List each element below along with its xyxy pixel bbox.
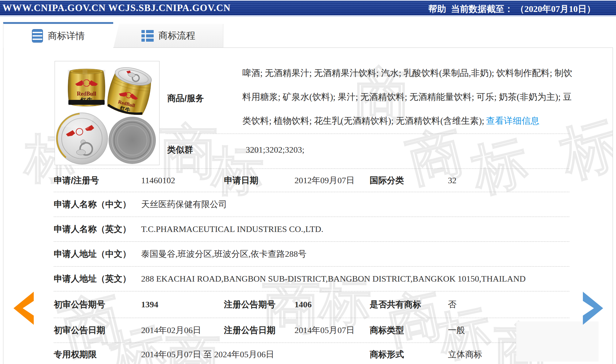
- field-value: 否: [448, 299, 569, 310]
- field-value: 2014年02月06日: [141, 324, 224, 336]
- field-row: 申请人地址（英文）288 EKACHAI ROAD,BANGBON SUB-DI…: [54, 267, 569, 291]
- trademark-image: RedBull 红牛 RedBull: [55, 61, 160, 165]
- field-label: 初审公告期号: [54, 299, 141, 310]
- previous-record-arrow[interactable]: [13, 292, 34, 326]
- field-label: 专用权期限: [54, 349, 141, 360]
- field-row: 申请人名称（英文）T.C.PHARMACEUTICAL INDUSTRIES C…: [54, 217, 569, 242]
- help-link[interactable]: 帮助: [428, 3, 446, 15]
- view-detail-link[interactable]: 查看详细信息: [486, 115, 540, 127]
- bottom-right-overlay: [516, 321, 599, 362]
- field-label: 申请日期: [224, 175, 295, 186]
- field-value: 2014年05月07日 至 2024年05月06日: [141, 349, 370, 360]
- goods-services-text: 啤酒; 无酒精果汁; 无酒精果汁饮料; 汽水; 乳酸饮料(果制品,非奶); 饮料…: [242, 61, 568, 133]
- topbar-underline: [0, 16, 616, 17]
- field-value: 2012年09月07日: [295, 175, 370, 186]
- field-label: 申请/注册号: [54, 175, 141, 186]
- field-row: 专用权期限2014年05月07日 至 2024年05月06日商标形式立体商标: [54, 343, 569, 364]
- similar-group-label: 类似群: [167, 144, 246, 156]
- goods-services-line: 啤酒; 无酒精果汁; 无酒精果汁饮料; 汽水; 乳酸饮料(果制品,非奶); 饮料…: [242, 61, 568, 85]
- field-value: 32: [448, 176, 569, 185]
- chevron-left-icon: [13, 292, 34, 325]
- field-row: 申请人地址（中文）泰国曼谷,班波分区,班波分区,依卡查路288号: [54, 242, 569, 267]
- top-bar: WWW.CNIPA.GOV.CN WCJS.SBJ.CNIPA.GOV.CN 帮…: [0, 1, 616, 15]
- tab-trademark-details[interactable]: 商标详情: [3, 22, 113, 48]
- detail-fields-table: 申请/注册号11460102申请日期2012年09月07日国际分类32申请人名称…: [54, 169, 569, 364]
- data-cutoff-text: 当前数据截至： （2020年07月10日）: [451, 3, 595, 15]
- field-row: 申请/注册号11460102申请日期2012年09月07日国际分类32: [54, 169, 569, 192]
- field-value: 288 EKACHAI ROAD,BANGBON SUB-DISTRICT,BA…: [141, 274, 569, 284]
- detail-list-icon: [32, 29, 43, 43]
- field-value: 1406: [295, 300, 370, 309]
- field-label: 申请人名称（中文）: [54, 199, 141, 210]
- field-value: 2014年05月07日: [295, 324, 370, 336]
- chevron-right-icon: [582, 292, 603, 325]
- field-label: 国际分类: [370, 175, 448, 186]
- field-value: 1394: [141, 300, 224, 309]
- field-label: 注册公告期号: [224, 299, 295, 310]
- field-label: 初审公告日期: [54, 324, 141, 336]
- field-value: 11460102: [141, 176, 224, 185]
- redbull-can-graphic: RedBull 红牛 RedBull: [55, 61, 159, 165]
- trademark-detail-panel: 商标商商标标商标商标商商标商标: [3, 47, 613, 364]
- field-label: 申请人名称（英文）: [54, 223, 141, 235]
- tab-label: 商标详情: [48, 30, 85, 42]
- field-value: 泰国曼谷,班波分区,班波分区,依卡查路288号: [141, 248, 569, 260]
- field-label: 注册公告日期: [224, 324, 295, 336]
- field-label: 商标形式: [370, 349, 448, 360]
- tab-label: 商标流程: [159, 29, 195, 42]
- field-row: 申请人名称（中文）天丝医药保健有限公司: [54, 192, 569, 217]
- dashed-separator: [166, 134, 569, 134]
- similar-group-value: 3201;3202;3203;: [246, 145, 304, 155]
- field-row: 初审公告期号1394注册公告期号1406是否共有商标否: [54, 291, 569, 318]
- field-value: T.C.PHARMACEUTICAL INDUSTRIES CO.,LTD.: [141, 224, 569, 234]
- field-value: 天丝医药保健有限公司: [141, 199, 569, 210]
- field-label: 商标类型: [370, 324, 448, 336]
- field-row: 初审公告日期2014年02月06日注册公告日期2014年05月07日商标类型一般: [54, 318, 569, 343]
- field-label: 申请人地址（英文）: [54, 273, 141, 285]
- tab-trademark-process[interactable]: 商标流程: [114, 24, 223, 47]
- similar-group-row: 类似群 3201;3202;3203;: [167, 140, 304, 160]
- field-label: 是否共有商标: [370, 299, 448, 310]
- process-table-icon: [141, 30, 154, 42]
- field-label: 申请人地址（中文）: [54, 248, 141, 260]
- next-record-arrow[interactable]: [582, 292, 603, 326]
- goods-services-label: 商品/服务: [167, 93, 204, 104]
- goods-services-line: 料用糖浆; 矿泉水(饮料); 果汁; 无酒精饮料; 无酒精能量饮料; 可乐; 奶…: [242, 85, 568, 109]
- site-url-text: WWW.CNIPA.GOV.CN WCJS.SBJ.CNIPA.GOV.CN: [2, 2, 231, 13]
- goods-services-line: 类饮料; 植物饮料; 花生乳(无酒精饮料); 无酒精饮料(含维生素);查看详细信…: [242, 109, 568, 133]
